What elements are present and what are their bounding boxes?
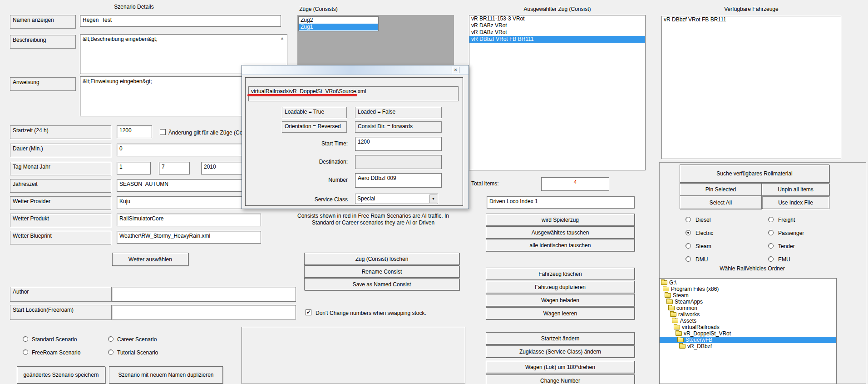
emu-radio[interactable]	[768, 256, 774, 262]
tree-item[interactable]: vR_DoppelSt_VRot	[660, 330, 836, 337]
tree-item-label: G:\	[669, 279, 676, 286]
dmu-radio[interactable]	[686, 256, 691, 262]
selected-consist-list[interactable]: vR BR111-153-3 VRotvR DABz VRotvR DABz V…	[469, 15, 646, 170]
freeroam-scenario-radio[interactable]	[23, 349, 28, 355]
description-label: Beschreibung	[10, 35, 76, 49]
select-all-button[interactable]: Select All	[680, 196, 762, 209]
tree-item[interactable]: SteuerwFB	[660, 337, 836, 343]
delete-consist-button[interactable]: Zug (Consist) löschen	[304, 253, 459, 265]
tutorial-scenario-radio[interactable]	[108, 349, 113, 355]
dont-change-numbers-checkbox[interactable]	[306, 309, 311, 315]
standard-scenario-radio[interactable]	[23, 336, 28, 342]
dmu-label: DMU	[695, 256, 708, 263]
list-item[interactable]: vR DBbzf VRot FB BR111	[662, 16, 841, 23]
change-start-time-button[interactable]: Startzeit ändern	[486, 332, 635, 344]
start-location-input[interactable]	[112, 305, 296, 319]
author-input[interactable]	[112, 287, 296, 302]
freight-radio[interactable]	[768, 217, 774, 222]
year-input[interactable]: 2010	[201, 162, 243, 175]
tree-item[interactable]: Steam	[660, 292, 836, 299]
dont-change-numbers-label: Don't Change numbers when swapping stock…	[316, 310, 426, 316]
apply-all-consists-label: Änderung gilt für alle Züge (Consist	[168, 130, 254, 136]
make-player-train-button[interactable]: wird Spielerzug	[486, 214, 635, 226]
choose-weather-button[interactable]: Wetter auswählen	[112, 253, 188, 266]
tree-item[interactable]: vR_DBbzf	[660, 343, 836, 349]
swap-selected-button[interactable]: Ausgewähltes tauschen	[486, 226, 635, 239]
tree-item[interactable]: virtualRailroads	[660, 324, 836, 330]
weather-provider-input[interactable]: Kuju	[117, 196, 243, 209]
dialog-titlebar[interactable]	[242, 65, 469, 75]
folder-icon	[677, 338, 684, 342]
pin-selected-button[interactable]: Pin Selected	[680, 183, 762, 196]
dialog-number-input[interactable]: Aero DBbzf 009	[355, 173, 442, 188]
tree-item-label: vR_DoppelSt_VRot	[684, 330, 731, 337]
empty-wagon-button[interactable]: Wagen leeren	[486, 307, 635, 319]
tree-item[interactable]: common	[660, 305, 836, 311]
weather-blueprint-input[interactable]: Weather\RW_Stormy_HeavyRain.xml	[117, 231, 261, 244]
display-name-input[interactable]: Regen_Test	[80, 15, 281, 27]
list-item[interactable]: vR DABz VRot	[469, 22, 645, 29]
list-item[interactable]: Zug1	[299, 24, 378, 30]
tender-radio[interactable]	[768, 243, 774, 249]
save-scenario-button[interactable]: geändertes Szenario speichern	[17, 366, 105, 384]
folder-icon	[668, 306, 675, 310]
career-scenario-radio[interactable]	[108, 336, 113, 342]
instruction-label: Anweisung	[10, 77, 76, 91]
season-input[interactable]: SEASON_AUTUMN	[117, 179, 243, 192]
consists-list[interactable]: Zug2Zug1	[298, 16, 379, 31]
weather-product-input[interactable]: RailSimulatorCore	[117, 214, 261, 226]
career-scenario-label: Career Scenario	[117, 336, 157, 343]
dialog-destination-input[interactable]	[355, 155, 442, 169]
list-item[interactable]: vR BR111-153-3 VRot	[469, 15, 645, 22]
start-time-input[interactable]: 1200	[117, 125, 152, 138]
change-service-class-button[interactable]: Zugklasse (Service Class) ändern	[486, 345, 635, 358]
month-input[interactable]: 7	[159, 162, 190, 175]
save-named-consist-button[interactable]: Save as Named Consist	[304, 278, 459, 290]
diesel-radio[interactable]	[686, 217, 691, 222]
service-class-select[interactable]: Special ▼	[355, 194, 438, 204]
list-item[interactable]: Zug2	[299, 17, 378, 24]
steam-radio[interactable]	[686, 243, 691, 249]
apply-all-consists-checkbox[interactable]	[160, 129, 166, 135]
folder-icon	[663, 287, 669, 291]
standard-scenario-label: Standard Scenario	[32, 336, 77, 343]
duplicate-scenario-button[interactable]: Szenario mit neuem Namen duplizieren	[109, 366, 223, 384]
tree-item[interactable]: railworks	[660, 311, 836, 318]
start-location-label: Start Location(Freeroam)	[10, 305, 112, 320]
use-index-file-button[interactable]: Use Index File	[762, 196, 829, 209]
passenger-radio[interactable]	[768, 230, 774, 235]
scroll-up-icon[interactable]: ▲	[280, 36, 284, 40]
weather-blueprint-label: Wetter Blueprint	[10, 231, 111, 244]
railvehicles-folder-tree[interactable]: G:\Program Files (x86)SteamSteamAppscomm…	[659, 278, 837, 384]
list-item[interactable]: vR DABz VRot	[469, 29, 645, 36]
date-label: Tag Monat Jahr	[10, 162, 111, 175]
delete-vehicle-button[interactable]: Fahrzeug löschen	[486, 268, 635, 280]
day-input[interactable]: 1	[117, 162, 151, 175]
electric-radio[interactable]	[686, 230, 691, 235]
duplicate-vehicle-button[interactable]: Fahrzeug duplizieren	[486, 281, 635, 293]
rotate-vehicle-button[interactable]: Wagen (Lok) um 180°drehen	[486, 361, 635, 373]
rename-consist-button[interactable]: Rename Consist	[304, 265, 459, 278]
dialog-start-time-input[interactable]: 1200	[355, 137, 442, 151]
duration-input[interactable]: 0	[117, 144, 243, 156]
close-icon[interactable]: ✕	[452, 67, 459, 73]
ai-traffic-info-text: Consists shown in red in Free Roam Scena…	[287, 213, 459, 226]
search-rolling-stock-button[interactable]: Suche verfügbares Rollmaterial	[680, 165, 829, 183]
tree-item[interactable]: Program Files (x86)	[660, 286, 836, 292]
tree-item[interactable]: G:\	[660, 279, 836, 286]
dialog-number-label: Number	[283, 177, 348, 183]
service-class-value: Special	[357, 195, 375, 202]
list-item[interactable]: vR DBbzf VRot FB BR111	[469, 36, 645, 43]
tree-item[interactable]: SteamApps	[660, 299, 836, 305]
change-number-button[interactable]: Change Number	[486, 374, 635, 384]
message-area	[242, 327, 465, 384]
unpin-all-button[interactable]: Unpin all items	[762, 183, 829, 196]
swap-identical-button[interactable]: alle identischen tauschen	[486, 239, 635, 251]
vehicle-properties-dialog: ✕ virtualRailroads\vR_DoppelSt_VRot\Sour…	[242, 65, 469, 209]
tree-item[interactable]: Assets	[660, 318, 836, 324]
loaded-status: Loaded = False	[355, 107, 442, 118]
chevron-down-icon[interactable]: ▼	[429, 194, 437, 203]
available-vehicles-list[interactable]: vR DBbzf VRot FB BR111	[661, 16, 841, 159]
load-wagon-button[interactable]: Wagen beladen	[486, 294, 635, 306]
display-name-label: Namen anzeigen	[10, 15, 76, 29]
